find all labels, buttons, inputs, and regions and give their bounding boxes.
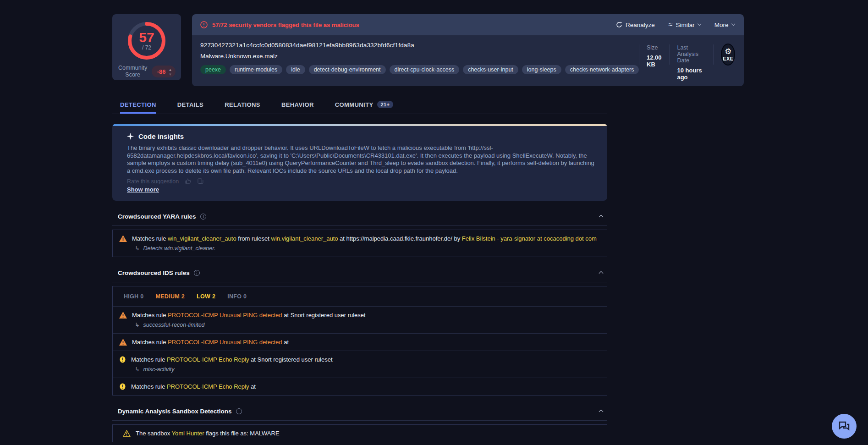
refresh-icon [616,22,622,28]
tag-peexe[interactable]: peexe [200,65,226,74]
yara-rule-link[interactable]: win_vigilant_cleaner_auto [168,235,236,242]
sandbox-name-link[interactable]: Yomi Hunter [172,430,204,437]
file-tags: peexe runtime-modules idle detect-debug-… [200,65,639,74]
tag-detect-debug-environment[interactable]: detect-debug-environment [309,65,386,74]
detection-score-card: 57 / 72 Community Score -86 [112,14,181,80]
ids-rule-category: misc-activity [135,366,600,373]
filter-medium[interactable]: MEDIUM 2 [156,293,185,300]
sandbox-section-title: Dynamic Analysis Sandbox Detections [118,408,232,415]
ids-rule-entry: Matches rule PROTOCOL-ICMP Unusual PING … [113,334,607,351]
community-score-widget: -86 [152,66,176,77]
community-count-badge: 21+ [377,101,394,108]
tag-long-sleeps[interactable]: long-sleeps [522,65,561,74]
code-insights-text: The binary exhibits classic downloader a… [127,144,596,175]
similar-icon [669,21,673,29]
report-tabs: DETECTION DETAILS RELATIONS BEHAVIOR COM… [112,96,607,114]
vote-down-icon[interactable] [168,71,172,76]
ids-section-header: Crowdsourced IDS rules [112,268,607,278]
detections-total: / 72 [142,44,151,51]
copy-icon[interactable] [198,178,203,184]
ids-collapse-button[interactable] [596,268,606,278]
yara-rules-box: Matches rule win_vigilant_cleaner_auto f… [112,230,607,257]
vote-up-icon[interactable] [168,67,172,71]
warning-circle-icon [119,383,126,390]
file-info-panel: 92730427321a1c4ccfc0d0580834daef98121efa… [192,35,744,86]
ids-rule-name: PROTOCOL-ICMP Unusual PING detected [168,339,282,346]
alert-circle-icon [200,21,208,28]
yara-rule-entry: Matches rule win_vigilant_cleaner_auto f… [113,230,607,257]
sandbox-detection-entry: The sandbox Yomi Hunter flags this file … [113,425,607,442]
tab-detection[interactable]: DETECTION [120,96,156,114]
filter-low[interactable]: LOW 2 [197,293,215,300]
detections-count: 57 [139,31,154,44]
last-analysis-date-value: 10 hours ago [677,67,706,81]
ids-rule-entry: Matches rule PROTOCOL-ICMP Unusual PING … [113,307,607,334]
chat-button[interactable] [832,414,857,439]
tab-details[interactable]: DETAILS [177,96,203,114]
ids-rule-entry: Matches rule PROTOCOL-ICMP Echo Reply at [113,378,607,395]
community-score-label: Community Score [118,65,148,78]
alert-text: 57/72 security vendors flagged this file… [212,22,359,28]
divider [112,420,607,421]
reanalyze-button[interactable]: Reanalyze [616,22,655,28]
filter-high[interactable]: HIGH 0 [124,293,144,300]
code-insights-card: Code insights The binary exhibits classi… [112,124,607,201]
filter-info[interactable]: INFO 0 [227,293,247,300]
file-report-header: 57 / 72 Community Score -86 [112,14,607,86]
chevron-down-icon [731,22,735,26]
ids-rule-name: PROTOCOL-ICMP Echo Reply [167,383,249,390]
chevron-up-icon [599,271,604,276]
tag-checks-user-input[interactable]: checks-user-input [463,65,518,74]
tab-behavior[interactable]: BEHAVIOR [281,96,314,114]
size-value: 12.00 KB [647,54,662,68]
info-icon [200,214,206,220]
more-button[interactable]: More [714,22,735,28]
ids-section-title: Crowdsourced IDS rules [118,269,190,276]
warning-circle-icon [119,356,126,363]
sandbox-section-header: Dynamic Analysis Sandbox Detections [112,406,607,417]
info-icon [194,270,200,276]
chevron-up-icon [599,215,604,220]
yara-section-header: Crowdsourced YARA rules [112,211,607,222]
tab-relations[interactable]: RELATIONS [225,96,260,114]
show-more-link[interactable]: Show more [127,186,159,193]
community-score-value: -86 [157,68,166,75]
ids-rule-entry: Matches rule PROTOCOL-ICMP Echo Reply at… [113,351,607,378]
yara-ruleset-link[interactable]: win.vigilant_cleaner_auto [271,235,338,242]
divider [670,44,670,65]
tag-checks-network-adapters[interactable]: checks-network-adapters [565,65,639,74]
code-insights-title: Code insights [138,132,184,140]
file-hash: 92730427321a1c4ccfc0d0580834daef98121efa… [200,42,639,49]
warning-triangle-icon [119,235,127,242]
thumbs-up-icon[interactable] [185,178,191,184]
file-name: Malware.Unknown.exe.malz [200,53,639,60]
warning-triangle-outline-icon [123,430,131,437]
main-content: 57 / 72 Community Score -86 [112,14,607,442]
yara-collapse-button[interactable] [596,211,606,222]
chevron-up-icon [599,410,604,414]
yara-author: Felix Bilstein - yara-signator at cocaco… [462,235,597,242]
last-analysis-date-label: Last Analysis Date [677,44,706,64]
ids-rules-box: HIGH 0 MEDIUM 2 LOW 2 INFO 0 Matches rul… [112,286,607,396]
sandbox-detections-box: The sandbox Yomi Hunter flags this file … [112,424,607,442]
sandbox-collapse-button[interactable] [596,406,606,417]
similar-button[interactable]: Similar [669,21,701,29]
exe-file-type-icon: EXE [721,44,735,66]
ids-severity-filters: HIGH 0 MEDIUM 2 LOW 2 INFO 0 [113,286,607,307]
detection-score-donut: 57 / 72 [126,20,168,62]
tab-community[interactable]: COMMUNITY 21+ [335,96,394,114]
tag-idle[interactable]: idle [286,65,305,74]
chevron-down-icon [697,22,701,26]
gear-icon [725,48,731,56]
warning-triangle-icon [119,339,127,346]
rate-suggestion-row: Rate this suggestion [127,178,596,184]
divider [639,44,639,65]
ids-rule-name: PROTOCOL-ICMP Unusual PING detected [168,312,282,319]
tag-runtime-modules[interactable]: runtime-modules [230,65,282,74]
size-label: Size [647,44,662,51]
ids-rule-name: PROTOCOL-ICMP Echo Reply [167,356,249,363]
yara-rule-description: Detects win.vigilant_cleaner. [135,245,600,252]
ids-rule-category: successful-recon-limited [135,321,600,328]
malicious-alert-banner: 57/72 security vendors flagged this file… [192,14,744,35]
tag-direct-cpu-clock-access[interactable]: direct-cpu-clock-access [390,65,460,74]
